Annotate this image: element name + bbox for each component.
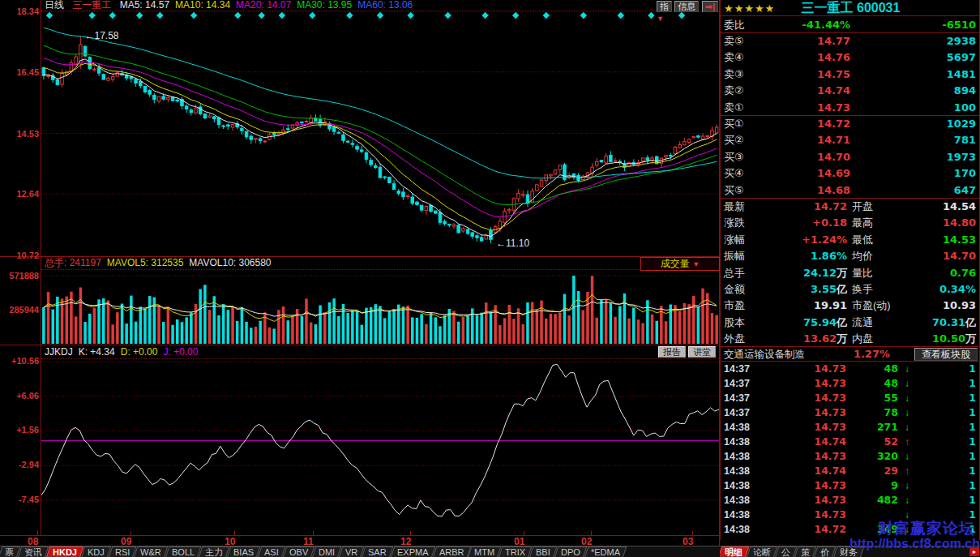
tab-W&R[interactable]: W&R bbox=[134, 546, 168, 557]
tab-EXPMA[interactable]: EXPMA bbox=[391, 546, 435, 557]
tab-财务[interactable]: 财务 bbox=[833, 546, 865, 557]
tab-BOLL[interactable]: BOLL bbox=[165, 546, 201, 557]
kdj-legend: JJKDJK: +4.34D: +0.00J: +0.00 bbox=[45, 346, 203, 358]
sector-change-pct: 1.27% bbox=[841, 347, 890, 362]
tab-主力[interactable]: 主力 bbox=[199, 546, 230, 557]
bid-levels: 买① 14.72 1029买② 14.71 781买③ 14.70 1973买④… bbox=[720, 115, 980, 199]
tick-price: 14.73 bbox=[769, 362, 846, 376]
sector-name: 交通运输设备制造 bbox=[724, 347, 805, 362]
tick-count: 1 bbox=[952, 391, 976, 405]
tab-论断[interactable]: 论断 bbox=[747, 546, 778, 557]
stat-label: 涨幅 bbox=[724, 232, 745, 248]
jump-arrow-button[interactable]: ➡| bbox=[702, 1, 718, 12]
detail-tabbar: 明细论断公策价财务▸ bbox=[720, 546, 980, 557]
tab-公[interactable]: 公 bbox=[775, 546, 798, 557]
indicator-button[interactable]: 指 bbox=[657, 1, 672, 12]
bid-row[interactable]: 买④ 14.69 170 bbox=[721, 165, 979, 182]
tab-资讯[interactable]: 资讯 bbox=[18, 546, 49, 557]
lecture-button[interactable]: 讲堂 bbox=[688, 346, 716, 358]
tick-direction-icon: ↓ bbox=[905, 508, 909, 522]
bid-row[interactable]: 买① 14.72 1029 bbox=[721, 116, 979, 132]
tab-KDJ[interactable]: KDJ bbox=[81, 546, 111, 557]
tick-direction-icon: ↓ bbox=[905, 493, 909, 508]
header-toolbar: 指 信息 ➡|▼ bbox=[657, 1, 720, 24]
level-volume: 1973 bbox=[911, 149, 976, 165]
volume-chart[interactable] bbox=[41, 270, 719, 345]
stock-trading-app: 日线 三一重工 MA5: 14.57MA10: 14.34MA20: 14.07… bbox=[0, 0, 980, 557]
tick-price: 14.74 bbox=[769, 435, 846, 449]
level-label: 买⑤ bbox=[724, 182, 744, 199]
tick-volume: 9 bbox=[841, 478, 898, 493]
tick-time: 14:38 bbox=[724, 420, 750, 435]
tick-time: 14:38 bbox=[724, 508, 750, 522]
tab-SAR[interactable]: SAR bbox=[362, 546, 393, 557]
kdj-chart[interactable] bbox=[41, 360, 719, 535]
level-volume: 2938 bbox=[911, 33, 976, 49]
chart-area: 日线 三一重工 MA5: 14.57MA10: 14.34MA20: 14.07… bbox=[0, 0, 720, 557]
bid-row[interactable]: 买② 14.71 781 bbox=[721, 132, 979, 148]
tab-DMI[interactable]: DMI bbox=[312, 546, 342, 557]
tab-价[interactable]: 价 bbox=[814, 546, 837, 557]
stat-value: 1.86% bbox=[782, 248, 847, 264]
axis-tick-label: -2.94 bbox=[2, 460, 39, 469]
ma-legend-item: MA60: 13.06 bbox=[357, 0, 413, 11]
candlestick-chart[interactable] bbox=[41, 0, 719, 256]
weibi-pct: -41.44% bbox=[769, 16, 850, 33]
tab-策[interactable]: 策 bbox=[794, 546, 817, 557]
bid-row[interactable]: 买⑤ 14.68 647 bbox=[721, 182, 979, 199]
info-button[interactable]: 信息 bbox=[674, 1, 699, 12]
kdj-legend-item: D: +0.00 bbox=[121, 346, 158, 358]
tab-OBV[interactable]: OBV bbox=[282, 546, 315, 557]
tab-RSI[interactable]: RSI bbox=[108, 546, 136, 557]
price-annotation: ←11.10 bbox=[496, 238, 529, 249]
tab-HKDJ[interactable]: HKDJ bbox=[46, 546, 84, 557]
tab-BIAS[interactable]: BIAS bbox=[227, 546, 261, 557]
ask-row[interactable]: 卖④ 14.76 5697 bbox=[721, 49, 979, 66]
stat-value: 70.31亿 bbox=[919, 315, 976, 331]
stats-row: 金额3.55亿换手0.34% bbox=[721, 281, 979, 298]
axis-tick-label: 10.72 bbox=[2, 251, 39, 260]
stats-row: 涨跌+0.18最高14.80 bbox=[721, 215, 979, 231]
tick-volume: 349 bbox=[841, 522, 898, 537]
stat-label: 量比 bbox=[852, 265, 873, 281]
stats-row: 最新14.72开盘14.54 bbox=[721, 199, 979, 215]
ask-row[interactable]: 卖③ 14.75 1481 bbox=[721, 66, 979, 83]
volume-type-dropdown[interactable]: 成交量 ▼ bbox=[640, 257, 720, 271]
stat-value: 0.34% bbox=[919, 281, 976, 298]
stat-label: 最高 bbox=[852, 215, 873, 231]
axis-tick-label: 285944 bbox=[2, 305, 39, 315]
tick-price: 14.73 bbox=[769, 391, 846, 405]
view-sector-stocks-button[interactable]: 查看板块股 bbox=[914, 348, 978, 361]
axis-tick-label: 16.45 bbox=[2, 67, 39, 77]
tab-明细[interactable]: 明细 bbox=[720, 546, 749, 557]
tick-direction-icon: ↓ bbox=[905, 362, 909, 376]
stat-value: 24.12万 bbox=[782, 265, 847, 281]
bid-row[interactable]: 买③ 14.70 1973 bbox=[721, 149, 979, 165]
tick-time: 14:38 bbox=[724, 449, 750, 464]
ask-row[interactable]: 卖② 14.74 894 bbox=[721, 83, 979, 99]
dropdown-arrow-icon[interactable]: ▼ bbox=[657, 15, 664, 23]
tab-BBI[interactable]: BBI bbox=[529, 546, 557, 557]
tick-volume: 320 bbox=[841, 449, 898, 464]
tick-count: 1 bbox=[952, 449, 976, 464]
tab-ARBR[interactable]: ARBR bbox=[432, 546, 470, 557]
tab-DPO[interactable]: DPO bbox=[554, 546, 587, 557]
stat-value: 14.72 bbox=[782, 199, 847, 215]
ask-row[interactable]: 卖⑤ 14.77 2938 bbox=[721, 33, 979, 49]
scroll-right-button[interactable]: ▸ bbox=[969, 547, 979, 556]
stat-label: 流通 bbox=[852, 315, 873, 331]
weibi-label: 委比 bbox=[724, 16, 745, 33]
tab-MTM[interactable]: MTM bbox=[468, 546, 502, 557]
tab-VR[interactable]: VR bbox=[339, 546, 365, 557]
tab-TRIX[interactable]: TRIX bbox=[499, 546, 533, 557]
stat-label: 金额 bbox=[724, 281, 745, 298]
stat-label: 均价 bbox=[852, 248, 873, 264]
tab-ASI[interactable]: ASI bbox=[258, 546, 285, 557]
stat-value: 10.50万 bbox=[919, 331, 976, 347]
stat-label: 股本 bbox=[724, 315, 745, 331]
ask-row[interactable]: 卖① 14.73 100 bbox=[721, 100, 979, 116]
stat-value: 0.76 bbox=[919, 265, 976, 281]
tab-*EDMA[interactable]: *EDMA bbox=[584, 546, 627, 557]
report-button[interactable]: 报告 bbox=[658, 346, 686, 358]
price-annotation: ←17.58 bbox=[84, 30, 118, 41]
